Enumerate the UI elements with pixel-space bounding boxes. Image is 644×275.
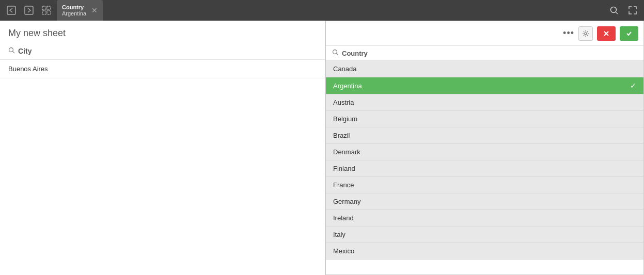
svg-rect-3 bbox=[47, 6, 51, 10]
svg-rect-2 bbox=[42, 6, 46, 10]
tab-subtitle: Argentina bbox=[62, 10, 86, 17]
dropdown-toolbar: ••• bbox=[326, 21, 643, 46]
country-name: Austria bbox=[333, 99, 354, 106]
svg-rect-0 bbox=[7, 6, 15, 14]
country-list: CanadaArgentina✓AustriaBelgiumBrazilDenm… bbox=[326, 61, 643, 274]
svg-point-13 bbox=[333, 50, 337, 54]
country-item[interactable]: Mexico bbox=[326, 243, 643, 260]
selected-checkmark: ✓ bbox=[630, 82, 636, 90]
search-button[interactable] bbox=[607, 3, 621, 18]
select-button[interactable] bbox=[39, 3, 54, 18]
svg-point-6 bbox=[611, 7, 617, 13]
country-item[interactable]: Canada bbox=[326, 61, 643, 77]
country-item[interactable]: Brazil bbox=[326, 127, 643, 144]
expand-button[interactable] bbox=[625, 3, 640, 18]
country-tab[interactable]: Country Argentina ✕ bbox=[57, 0, 103, 21]
svg-line-9 bbox=[13, 52, 15, 54]
country-search-icon bbox=[332, 49, 339, 57]
country-name: Ireland bbox=[333, 214, 354, 222]
tab-close-button[interactable]: ✕ bbox=[91, 6, 98, 14]
country-item[interactable]: Italy bbox=[326, 227, 643, 243]
country-name: Argentina bbox=[333, 82, 362, 90]
confirm-button[interactable] bbox=[620, 26, 638, 41]
country-name: Belgium bbox=[333, 115, 357, 123]
country-name: Italy bbox=[333, 231, 345, 238]
country-item[interactable]: Austria bbox=[326, 94, 643, 111]
country-item[interactable]: Belgium bbox=[326, 111, 643, 127]
settings-button[interactable] bbox=[578, 26, 593, 41]
country-dropdown: ••• bbox=[325, 21, 644, 275]
topbar-left: Country Argentina ✕ bbox=[4, 0, 103, 21]
country-name: France bbox=[333, 181, 354, 189]
country-name: Canada bbox=[333, 65, 357, 73]
country-item[interactable]: Germany bbox=[326, 193, 643, 210]
country-item[interactable]: Argentina✓ bbox=[326, 77, 643, 94]
svg-rect-5 bbox=[47, 11, 51, 14]
country-name: Finland bbox=[333, 165, 355, 172]
left-panel: My new sheet City Buenos Aires bbox=[0, 21, 325, 275]
country-item[interactable]: France bbox=[326, 177, 643, 193]
svg-line-14 bbox=[337, 54, 339, 56]
country-item[interactable]: Finland bbox=[326, 160, 643, 177]
back-button[interactable] bbox=[4, 3, 19, 18]
topbar: Country Argentina ✕ bbox=[0, 0, 644, 21]
city-search-icon bbox=[8, 47, 15, 55]
sheet-title: My new sheet bbox=[0, 21, 325, 43]
main-area: My new sheet City Buenos Aires ••• bbox=[0, 21, 644, 275]
svg-rect-4 bbox=[42, 11, 46, 14]
more-options-button[interactable]: ••• bbox=[563, 28, 574, 39]
country-name: Germany bbox=[333, 198, 360, 205]
svg-point-10 bbox=[585, 33, 587, 35]
country-search-label: Country bbox=[342, 50, 368, 57]
cancel-button[interactable] bbox=[597, 26, 616, 41]
country-name: Denmark bbox=[333, 148, 360, 156]
country-name: Brazil bbox=[333, 132, 350, 139]
forward-button[interactable] bbox=[22, 3, 36, 18]
country-search-box: Country bbox=[326, 46, 643, 61]
country-name: Mexico bbox=[333, 247, 354, 255]
city-filter-header: City bbox=[0, 43, 325, 60]
tab-title: Country bbox=[62, 4, 86, 10]
svg-line-7 bbox=[616, 12, 618, 14]
svg-point-8 bbox=[9, 48, 13, 52]
country-item[interactable]: Denmark bbox=[326, 144, 643, 160]
city-label: City bbox=[18, 47, 32, 55]
topbar-right bbox=[607, 3, 640, 18]
svg-rect-1 bbox=[25, 6, 33, 14]
country-item[interactable]: Ireland bbox=[326, 210, 643, 227]
city-value: Buenos Aires bbox=[0, 60, 325, 78]
